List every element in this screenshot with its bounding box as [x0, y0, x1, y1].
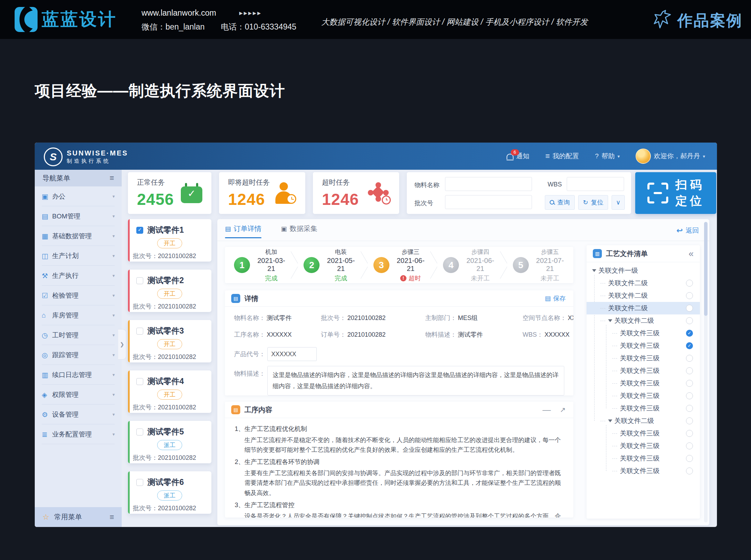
wbs-input[interactable]: [567, 177, 624, 191]
radio-unchecked[interactable]: [686, 367, 693, 374]
step-1: 1 机加 2021-03-21 完成: [225, 247, 294, 283]
material-desc-label: 物料描述：: [234, 369, 265, 378]
radio-unchecked[interactable]: [686, 380, 693, 387]
sidebar-item-business-config[interactable]: ≣ 业务配置管理 ▾: [35, 424, 122, 444]
sidebar-item-base-data[interactable]: ▦ 基础数据管理 ▾: [35, 226, 122, 246]
tree-dash: [612, 333, 617, 334]
tree-node-level3[interactable]: 关联文件三级: [587, 365, 700, 377]
material-name-input[interactable]: [445, 177, 532, 191]
sidebar-item-work-hours[interactable]: ◷ 工时管理 ▾: [35, 325, 122, 345]
portfolio-label[interactable]: 作品案例: [677, 10, 743, 31]
tree-node-level2-selected[interactable]: 关联文件二级: [587, 302, 700, 314]
tree-dash: [600, 321, 605, 321]
sidebar-item-tracking[interactable]: ◎ 跟踪管理 ▾: [35, 345, 122, 365]
notifications-button[interactable]: 6 通知: [507, 152, 530, 161]
part-checkbox[interactable]: [136, 378, 143, 385]
sidebar-item-interface-log[interactable]: ▥ 续口日志管理 ▾: [35, 365, 122, 385]
tree-node-level3[interactable]: 关联文件三级: [587, 327, 700, 339]
sidebar-item-production-plan[interactable]: ◫ 生产计划 ▾: [35, 246, 122, 266]
site-brand: 蓝蓝设计: [42, 8, 117, 31]
tree-node-level3[interactable]: 关联文件三级: [587, 377, 700, 390]
part-card-3[interactable]: 测试零件3 开工 批次号：20210100282: [128, 320, 211, 362]
chevron-down-icon: ▾: [112, 233, 115, 239]
tree-node-level3[interactable]: 关联文件三级: [587, 465, 700, 477]
tab-order-detail[interactable]: ▤ 订单详情: [225, 224, 261, 238]
part-checkbox[interactable]: [136, 429, 143, 435]
radio-unchecked[interactable]: [686, 405, 693, 412]
radio-unchecked[interactable]: [686, 392, 693, 399]
save-button[interactable]: ▤ 保存: [545, 294, 566, 303]
tree-dash: [612, 358, 617, 359]
query-button[interactable]: 查询: [545, 195, 575, 210]
mes-app-frame: S SUNWISE·MES 制造执行系统 6 通知 ≡ 我的配置 ? 帮助 ▾: [35, 143, 717, 527]
part-checkbox[interactable]: [136, 328, 143, 335]
radio-unchecked[interactable]: [686, 455, 693, 462]
back-button[interactable]: ↩ 返回: [677, 226, 699, 235]
sidebar-item-bom[interactable]: ▤ BOM管理 ▾: [35, 206, 122, 226]
mes-logo: S SUNWISE·MES 制造执行系统: [44, 147, 128, 166]
field-space-node: 空间节点名称：XXXXXX: [523, 314, 573, 322]
tree-node-level1[interactable]: 关联文件一级: [587, 264, 700, 277]
tree-node-level3[interactable]: 关联文件三级: [587, 390, 700, 402]
radio-unchecked[interactable]: [686, 467, 693, 474]
tree-node-level2[interactable]: 关联文件二级: [587, 415, 700, 427]
tree-node-level3[interactable]: 关联文件三级: [587, 352, 700, 365]
part-card-6[interactable]: 测试零件6 派工 批次号：20210100282: [128, 471, 211, 514]
user-menu[interactable]: 欢迎你，郝丹丹 ▾: [636, 149, 705, 164]
radio-checked[interactable]: [686, 342, 693, 349]
radio-unchecked[interactable]: [686, 317, 693, 324]
sidebar-expand-handle[interactable]: ❯: [118, 329, 126, 360]
field-material-desc: 物料描述：测试零件: [425, 330, 523, 339]
sidebar-item-office[interactable]: ▣ 办公 ▾: [35, 186, 122, 206]
collapse-panel-icon[interactable]: «: [689, 249, 694, 258]
material-desc-textarea[interactable]: 这里是物品描述的详细内容，这里是物品描述的详细内容这里是物品描述的详细内容，这里…: [267, 366, 564, 395]
reset-button[interactable]: ↻ 复位: [578, 195, 608, 210]
sidebar-item-warehouse[interactable]: ⌂ 库房管理 ▾: [35, 305, 122, 325]
part-card-5[interactable]: 测试零件5 派工 批次号：20210100282: [128, 421, 211, 463]
radio-unchecked[interactable]: [686, 292, 693, 299]
tab-data-collection[interactable]: ▣ 数据采集: [281, 224, 317, 238]
expand-filters-button[interactable]: ∨: [612, 195, 625, 210]
radio-unchecked[interactable]: [686, 305, 693, 312]
sidebar-item-inspection[interactable]: ☑ 检验管理 ▾: [35, 286, 122, 305]
part-card-4[interactable]: 测试零件4 开工 批次号：20210100282: [128, 370, 211, 413]
tree-node-level2[interactable]: 关联文件二级: [587, 314, 700, 327]
expand-icon[interactable]: ↗: [560, 406, 566, 414]
help-menu[interactable]: ? 帮助 ▾: [595, 152, 620, 161]
tree-node-level3[interactable]: 关联文件三级: [587, 452, 700, 465]
part-checkbox[interactable]: [136, 227, 143, 234]
my-config-button[interactable]: ≡ 我的配置: [546, 152, 579, 161]
status-badge: 开工: [157, 390, 182, 400]
tree-node-level2[interactable]: 关联文件二级: [587, 277, 700, 289]
tree-node-level3[interactable]: 关联文件三级: [587, 402, 700, 415]
radio-unchecked[interactable]: [686, 355, 693, 362]
page-title: 项目经验——制造执行系统界面设计: [35, 81, 285, 101]
step-status: ! 超时: [394, 274, 427, 282]
part-checkbox[interactable]: [136, 277, 143, 284]
scrollbar-thumb[interactable]: [704, 222, 708, 316]
menu-collapse-icon[interactable]: ≡: [110, 174, 114, 183]
part-checkbox[interactable]: [136, 479, 143, 486]
radio-unchecked[interactable]: [686, 280, 693, 287]
radio-checked[interactable]: [686, 330, 693, 337]
scan-locate-button[interactable]: 扫码 定位: [635, 172, 716, 214]
radio-unchecked[interactable]: [686, 417, 693, 424]
status-stripe: [128, 270, 130, 312]
sidebar-item-equipment[interactable]: ⚙ 设备管理 ▾: [35, 405, 122, 424]
radio-unchecked[interactable]: [686, 442, 693, 449]
minimize-icon[interactable]: —: [542, 406, 551, 414]
tree-node-level3[interactable]: 关联文件三级: [587, 440, 700, 452]
content-scrollbar[interactable]: [704, 222, 708, 522]
tree-node-level3[interactable]: 关联文件三级: [587, 339, 700, 352]
tree-node-level3[interactable]: 关联文件三级: [587, 427, 700, 440]
part-card-1[interactable]: 测试零件1 开工 批次号：20210100282: [128, 219, 211, 262]
site-url[interactable]: www.lanlanwork.com: [142, 8, 216, 18]
product-code-input[interactable]: XXXXXX: [267, 347, 317, 361]
part-card-2[interactable]: 测试零件2 开工 批次号：20210100282: [128, 270, 211, 312]
radio-unchecked[interactable]: [686, 430, 693, 437]
sidebar-footer-favorites[interactable]: ☆ 常用菜单 ≡: [35, 507, 122, 527]
sidebar-item-permissions[interactable]: ◈ 权限管理 ▾: [35, 385, 122, 405]
tree-node-level2[interactable]: 关联文件二级: [587, 289, 700, 302]
sidebar-item-production-exec[interactable]: ⚒ 生产执行 ▾: [35, 266, 122, 286]
batch-no-input[interactable]: [445, 195, 532, 209]
